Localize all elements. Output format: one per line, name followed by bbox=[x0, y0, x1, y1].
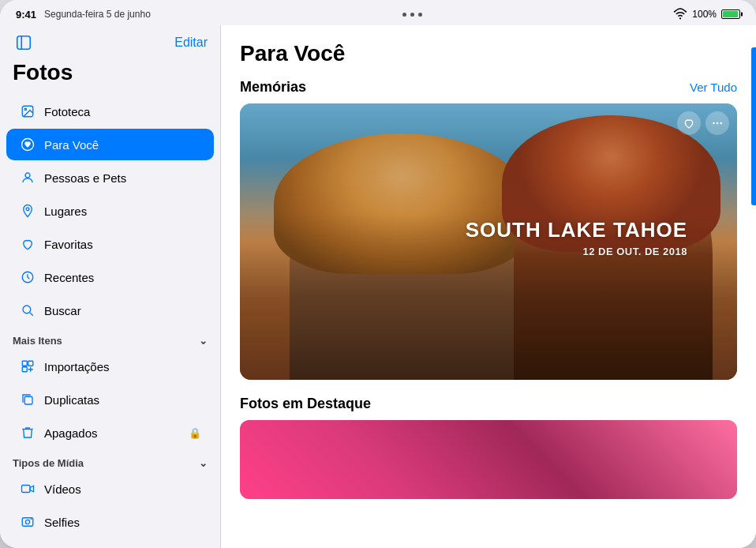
svg-rect-11 bbox=[22, 361, 27, 366]
svg-point-0 bbox=[679, 17, 681, 19]
status-bar: 9:41 Segunda-feira 5 de junho 100% bbox=[0, 0, 756, 25]
svg-point-9 bbox=[23, 306, 31, 313]
lock-icon: 🔒 bbox=[189, 427, 201, 439]
svg-rect-14 bbox=[24, 396, 32, 404]
svg-rect-1 bbox=[17, 36, 31, 50]
video-icon bbox=[19, 480, 36, 497]
device-frame: 9:41 Segunda-feira 5 de junho 100% bbox=[0, 0, 756, 548]
see-all-button[interactable]: Ver Tudo bbox=[690, 81, 737, 94]
status-time: 9:41 bbox=[16, 9, 36, 21]
sidebar-item-places[interactable]: Lugares bbox=[6, 195, 214, 227]
battery-level: 100% bbox=[692, 9, 717, 20]
heart-circle-icon bbox=[19, 136, 36, 153]
sidebar-header: Editar bbox=[0, 25, 220, 58]
sidebar-item-label-duplicates: Duplicatas bbox=[44, 393, 201, 407]
heart-icon bbox=[19, 235, 36, 253]
featured-section: Fotos em Destaque bbox=[240, 396, 737, 499]
person-icon bbox=[19, 169, 36, 186]
clock-icon bbox=[19, 268, 36, 286]
sidebar-item-foryou[interactable]: Para Você bbox=[6, 129, 214, 160]
sidebar-item-selfies[interactable]: Selfies bbox=[6, 506, 214, 538]
sidebar-item-label-people: Pessoas e Pets bbox=[44, 171, 201, 185]
svg-line-10 bbox=[30, 313, 33, 316]
sidebar-item-library[interactable]: Fototeca bbox=[6, 96, 214, 127]
sidebar-item-videos[interactable]: Vídeos bbox=[6, 473, 214, 505]
app-title: Fotos bbox=[0, 58, 220, 95]
sidebar-item-label-favorites: Favoritas bbox=[44, 238, 201, 251]
status-date: Segunda-feira 5 de junho bbox=[44, 9, 151, 20]
dot-1 bbox=[402, 13, 406, 17]
featured-section-header: Fotos em Destaque bbox=[240, 396, 737, 412]
page-title: Para Você bbox=[240, 41, 737, 66]
svg-point-4 bbox=[24, 108, 26, 110]
sidebar-item-label-recents: Recentes bbox=[44, 271, 201, 284]
duplicate-icon bbox=[19, 391, 36, 408]
trash-icon bbox=[19, 424, 36, 441]
side-accent-bar bbox=[751, 47, 756, 205]
sidebar-item-recents[interactable]: Recentes bbox=[6, 261, 214, 293]
chevron-down-icon-media: ⌄ bbox=[199, 457, 208, 469]
svg-point-29 bbox=[720, 122, 722, 125]
sidebar: Editar Fotos Fototeca bbox=[0, 25, 221, 548]
svg-point-28 bbox=[717, 122, 719, 125]
memories-title: Memórias bbox=[240, 79, 306, 96]
memory-actions bbox=[677, 111, 729, 135]
sidebar-item-label-deleted: Apagados bbox=[44, 426, 181, 440]
memory-main-title: SOUTH LAKE TAHOE bbox=[466, 218, 687, 242]
sidebar-item-people[interactable]: Pessoas e Pets bbox=[6, 162, 214, 193]
import-icon bbox=[19, 358, 36, 375]
sidebar-item-label-search: Buscar bbox=[44, 304, 201, 317]
sidebar-item-favorites[interactable]: Favoritas bbox=[6, 228, 214, 260]
more-items-label: Mais Itens bbox=[13, 335, 62, 347]
sidebar-item-search[interactable]: Buscar bbox=[6, 295, 214, 326]
sidebar-item-imports[interactable]: Importações bbox=[6, 351, 214, 382]
app-body: Editar Fotos Fototeca bbox=[0, 25, 756, 548]
memory-subtitle: 12 DE OUT. DE 2018 bbox=[466, 246, 687, 257]
chevron-down-icon: ⌄ bbox=[199, 335, 208, 347]
dot-3 bbox=[418, 13, 422, 17]
memories-section-header: Memórias Ver Tudo bbox=[240, 79, 737, 96]
svg-point-27 bbox=[713, 122, 715, 125]
svg-rect-15 bbox=[22, 486, 31, 493]
status-bar-left: 9:41 Segunda-feira 5 de junho bbox=[16, 9, 151, 21]
like-button[interactable] bbox=[677, 111, 701, 135]
map-pin-icon bbox=[19, 202, 36, 220]
media-types-label: Tipos de Mídia bbox=[13, 457, 84, 469]
sidebar-item-live-photos[interactable]: Live Photos bbox=[6, 539, 214, 548]
svg-point-6 bbox=[25, 173, 30, 178]
more-button[interactable] bbox=[705, 111, 729, 135]
battery-icon bbox=[721, 9, 740, 19]
sidebar-item-duplicates[interactable]: Duplicatas bbox=[6, 384, 214, 415]
section-media-types[interactable]: Tipos de Mídia ⌄ bbox=[0, 449, 220, 472]
featured-preview[interactable] bbox=[240, 420, 737, 499]
featured-preview-inner bbox=[240, 420, 737, 499]
featured-title: Fotos em Destaque bbox=[240, 396, 371, 412]
sidebar-item-label-library: Fototeca bbox=[44, 105, 201, 118]
sidebar-item-label-selfies: Selfies bbox=[44, 516, 201, 529]
svg-rect-12 bbox=[28, 361, 33, 366]
selfie-icon bbox=[19, 513, 36, 531]
dot-2 bbox=[410, 13, 414, 17]
status-bar-center bbox=[402, 13, 422, 17]
memory-card[interactable]: SOUTH LAKE TAHOE 12 DE OUT. DE 2018 bbox=[240, 103, 737, 380]
main-content: Para Você Memórias Ver Tudo SOUTH bbox=[221, 25, 756, 548]
section-more-items[interactable]: Mais Itens ⌄ bbox=[0, 327, 220, 350]
sidebar-item-label-places: Lugares bbox=[44, 205, 201, 218]
battery-fill bbox=[723, 11, 738, 17]
memory-title-overlay: SOUTH LAKE TAHOE 12 DE OUT. DE 2018 bbox=[466, 218, 687, 257]
sidebar-item-deleted[interactable]: Apagados 🔒 bbox=[6, 417, 214, 449]
sidebar-toggle-icon[interactable] bbox=[13, 32, 35, 54]
edit-button[interactable]: Editar bbox=[174, 36, 208, 50]
wifi-icon bbox=[673, 7, 687, 21]
sidebar-item-label-videos: Vídeos bbox=[44, 482, 201, 496]
sidebar-item-label-foryou: Para Você bbox=[44, 138, 201, 152]
svg-point-7 bbox=[26, 208, 29, 211]
status-bar-right: 100% bbox=[673, 7, 740, 21]
svg-point-18 bbox=[31, 518, 32, 520]
sidebar-item-label-imports: Importações bbox=[44, 360, 201, 373]
svg-point-17 bbox=[25, 520, 29, 524]
photo-icon bbox=[19, 103, 36, 120]
search-icon bbox=[19, 302, 36, 319]
svg-rect-13 bbox=[22, 367, 27, 372]
